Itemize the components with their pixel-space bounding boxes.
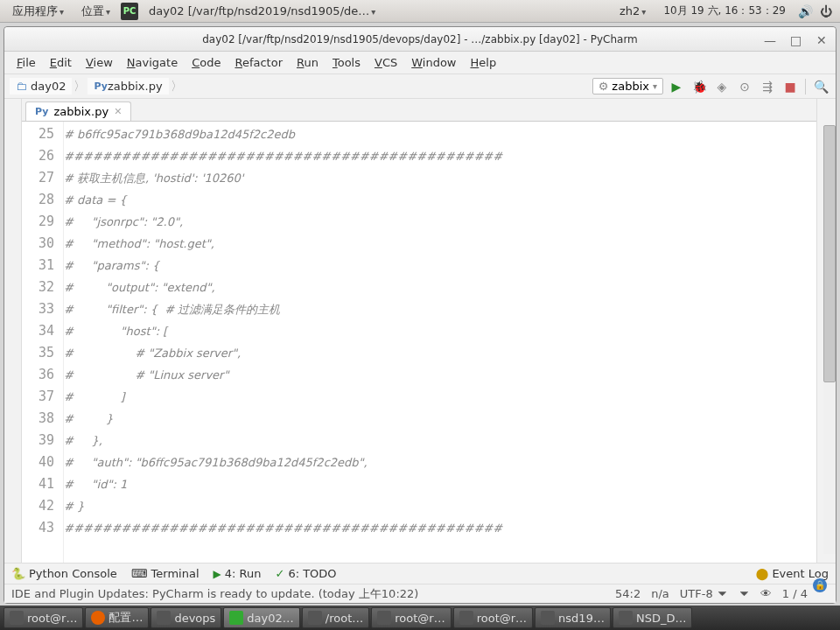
debug-button[interactable]: 🐞 xyxy=(690,77,709,96)
desktop-topbar: 应用程序▾ 位置▾ PC day02 [/var/ftp/nsd2019/nsd… xyxy=(0,0,840,23)
count-badge[interactable]: 1 / 4 xyxy=(777,587,813,600)
terminal-tab[interactable]: ⌨Terminal xyxy=(131,567,200,580)
menu-tools[interactable]: Tools xyxy=(326,54,368,71)
bottom-toolbar: 🐍Python Console ⌨Terminal ▶4: Run ✓6: TO… xyxy=(4,563,836,584)
status-na: n/a xyxy=(646,587,675,600)
search-button[interactable]: 🔍 xyxy=(811,77,830,96)
menubar: File Edit View Navigate Code Refactor Ru… xyxy=(4,52,836,74)
python-console-tab[interactable]: 🐍Python Console xyxy=(11,567,117,580)
task-item[interactable]: NSD_D… xyxy=(612,607,693,628)
close-button[interactable]: ✕ xyxy=(816,33,829,46)
status-message: IDE and Plugin Updates: PyCharm is ready… xyxy=(11,586,418,602)
python-file-icon: Py xyxy=(35,106,48,117)
power-icon[interactable]: ⏻ xyxy=(817,3,835,20)
volume-icon[interactable]: 🔊 xyxy=(796,3,814,20)
window-title: day02 [/var/ftp/nsd2019/nsd1905/devops/d… xyxy=(202,33,638,46)
todo-tab[interactable]: ✓6: TODO xyxy=(275,567,336,580)
breadcrumb-folder[interactable]: 🗀day02 xyxy=(10,78,72,94)
menu-run[interactable]: Run xyxy=(290,54,326,71)
input-lang[interactable]: zh2▾ xyxy=(612,3,653,19)
pycharm-icon xyxy=(229,611,243,625)
chevron-icon: 〉 xyxy=(74,79,86,94)
editor-tabs: Py zabbix.py ✕ xyxy=(22,99,816,122)
task-item[interactable]: nsd19… xyxy=(535,607,611,628)
editor[interactable]: 25262728293031323334353637383940414243 #… xyxy=(22,122,816,563)
concurrent-button[interactable]: ⇶ xyxy=(758,77,777,96)
app-title[interactable]: day02 [/var/ftp/nsd2019/nsd1905/de…▾ xyxy=(142,3,382,19)
line-numbers: 25262728293031323334353637383940414243 xyxy=(22,122,64,563)
tab-close-icon[interactable]: ✕ xyxy=(114,106,122,117)
indent[interactable]: ⏷ xyxy=(733,587,755,600)
task-item[interactable]: root@r… xyxy=(371,607,451,628)
firefox-icon xyxy=(91,611,105,625)
apps-menu[interactable]: 应用程序▾ xyxy=(5,2,71,21)
run-config-selector[interactable]: ⚙zabbix▾ xyxy=(592,78,663,94)
menu-refactor[interactable]: Refactor xyxy=(228,54,290,71)
run-tab[interactable]: ▶4: Run xyxy=(214,567,262,580)
menu-code[interactable]: Code xyxy=(185,54,228,71)
menu-file[interactable]: File xyxy=(10,54,43,71)
menu-vcs[interactable]: VCS xyxy=(368,54,404,71)
terminal-icon xyxy=(459,611,473,625)
places-menu[interactable]: 位置▾ xyxy=(74,2,117,21)
task-item[interactable]: /root… xyxy=(302,607,369,628)
pycharm-window: day02 [/var/ftp/nsd2019/nsd1905/devops/d… xyxy=(4,26,836,604)
task-item[interactable]: root@r… xyxy=(453,607,533,628)
tab-zabbix[interactable]: Py zabbix.py ✕ xyxy=(25,102,131,121)
task-item[interactable]: day02… xyxy=(223,607,299,628)
titlebar: day02 [/var/ftp/nsd2019/nsd1905/devops/d… xyxy=(4,27,836,52)
menu-navigate[interactable]: Navigate xyxy=(120,54,185,71)
coverage-button[interactable]: ◈ xyxy=(712,77,732,96)
breadcrumb-file[interactable]: Py zabbix.py xyxy=(88,78,168,94)
cursor-position[interactable]: 54:2 xyxy=(610,587,646,600)
menu-window[interactable]: Window xyxy=(404,54,463,71)
profile-button[interactable]: ⊙ xyxy=(735,77,754,96)
left-tool-gutter[interactable] xyxy=(4,99,22,563)
menu-view[interactable]: View xyxy=(79,54,120,71)
task-item[interactable]: 配置… xyxy=(85,607,149,628)
menu-edit[interactable]: Edit xyxy=(43,54,79,71)
pycharm-icon[interactable]: PC xyxy=(121,3,138,20)
folder-icon xyxy=(308,611,322,625)
terminal-icon xyxy=(10,611,24,625)
editor-area: Py zabbix.py ✕ 2526272829303132333435363… xyxy=(4,99,836,563)
folder-icon xyxy=(541,611,555,625)
chevron-icon: 〉 xyxy=(171,79,183,94)
statusbar: IDE and Plugin Updates: PyCharm is ready… xyxy=(4,584,836,603)
maximize-button[interactable]: □ xyxy=(790,33,802,46)
inspections-icon[interactable]: 👁 xyxy=(755,587,777,600)
tab-label: zabbix.py xyxy=(53,105,108,118)
desktop-taskbar: root@r… 配置… devops day02… /root… root@r…… xyxy=(0,606,840,630)
code-content[interactable]: # b6ffc95ac791b368d9ba12d45f2c2edb######… xyxy=(64,122,816,563)
clock[interactable]: 10月 19 六, 16：53：29 xyxy=(656,2,793,20)
run-button[interactable]: ▶ xyxy=(667,77,686,96)
folder-icon: 🗀 xyxy=(16,80,27,93)
navbar: 🗀day02 〉 Py zabbix.py 〉 ⚙zabbix▾ ▶ 🐞 ◈ ⊙… xyxy=(4,74,836,99)
task-item[interactable]: root@r… xyxy=(4,607,83,628)
minimize-button[interactable]: — xyxy=(764,33,776,46)
terminal-icon xyxy=(377,611,391,625)
menu-help[interactable]: Help xyxy=(464,54,504,71)
doc-icon xyxy=(619,611,633,625)
folder-icon xyxy=(157,611,171,625)
stop-button[interactable]: ■ xyxy=(780,77,800,96)
python-file-icon: Py xyxy=(94,80,107,92)
encoding[interactable]: UTF-8 ⏷ xyxy=(675,587,733,600)
task-item[interactable]: devops xyxy=(150,607,221,628)
